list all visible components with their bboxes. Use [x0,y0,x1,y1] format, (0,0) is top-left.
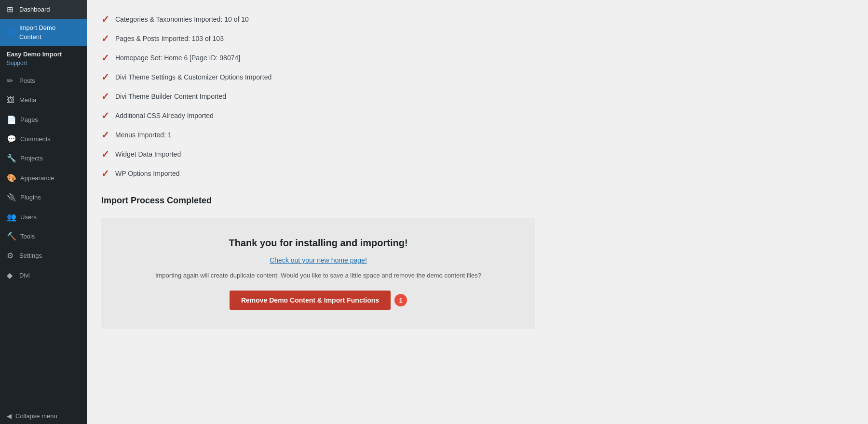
sidebar-label-divi: Divi [19,271,30,280]
import-item-label: Divi Theme Settings & Customizer Options… [115,73,271,81]
import-list-item: ✓Menus Imported: 1 [101,125,854,145]
import-completed-title: Import Process Completed [101,193,854,209]
sidebar-label-pages: Pages [20,116,38,124]
checkmark-icon: ✓ [101,53,109,63]
sidebar-label-plugins: Plugins [20,193,41,202]
sidebar-label-media: Media [19,96,36,105]
pages-icon: 📄 [7,115,16,125]
sidebar-label-posts: Posts [19,77,35,85]
duplicate-warning: Importing again will create duplicate co… [116,272,521,279]
remove-btn-wrapper: Remove Demo Content & Import Functions 1 [116,291,521,310]
dashboard-icon: ⊞ [7,4,15,15]
remove-demo-button[interactable]: Remove Demo Content & Import Functions [230,291,391,310]
sidebar-item-pages[interactable]: 📄 Pages [0,110,87,130]
divi-icon: ◆ [7,270,15,281]
media-icon: 🖼 [7,95,15,106]
plugins-icon: 🔌 [7,192,16,203]
sidebar-item-media[interactable]: 🖼 Media [0,91,87,110]
sidebar-label-tools: Tools [20,232,35,241]
sidebar-item-divi[interactable]: ◆ Divi [0,266,87,285]
appearance-icon: 🎨 [7,173,16,184]
sidebar-label-comments: Comments [20,135,51,144]
sidebar-label-users: Users [20,213,37,222]
sidebar-item-projects[interactable]: 🔧 Projects [0,149,87,168]
import-list-item: ✓Additional CSS Already Imported [101,106,854,125]
sidebar-label-projects: Projects [20,154,43,163]
collapse-menu-button[interactable]: ◀ Collapse menu [0,408,87,424]
checkmark-icon: ✓ [101,72,109,82]
sidebar-item-comments[interactable]: 💬 Comments [0,130,87,149]
tools-icon: 🔨 [7,231,16,242]
users-icon: 👥 [7,212,16,223]
import-item-label: Widget Data Imported [115,150,181,158]
sidebar-label-import-demo: Import DemoContent [19,24,55,41]
checkmark-icon: ✓ [101,149,109,159]
import-item-label: Divi Theme Builder Content Imported [115,93,226,100]
sidebar-item-plugins[interactable]: 🔌 Plugins [0,188,87,207]
sidebar-item-posts[interactable]: ✏ Posts [0,71,87,91]
import-checklist: ✓Categories & Taxonomies Imported: 10 of… [101,10,854,183]
import-list-item: ✓Divi Theme Builder Content Imported [101,87,854,106]
import-list-item: ✓Categories & Taxonomies Imported: 10 of… [101,10,854,29]
import-list-item: ✓Divi Theme Settings & Customizer Option… [101,67,854,87]
import-list-item: ✓WP Options Imported [101,164,854,183]
import-list-item: ✓Widget Data Imported [101,145,854,164]
sidebar-item-appearance[interactable]: 🎨 Appearance [0,169,87,188]
collapse-menu-label: Collapse menu [15,412,57,420]
import-item-label: Categories & Taxonomies Imported: 10 of … [115,15,249,23]
checkmark-icon: ✓ [101,111,109,120]
plugin-name: Easy Demo Import [0,46,87,59]
posts-icon: ✏ [7,76,15,86]
thank-you-title: Thank you for installing and importing! [116,238,521,249]
collapse-arrow-icon: ◀ [7,412,12,420]
sidebar-item-import-demo[interactable]: 👤 Import DemoContent [0,19,87,45]
import-demo-icon: 👤 [7,28,15,37]
sidebar-label-dashboard: Dashboard [19,5,50,14]
sidebar-label-settings: Settings [19,252,42,260]
settings-icon: ⚙ [7,251,15,261]
checkmark-icon: ✓ [101,92,109,101]
plugin-support-link[interactable]: Support [0,59,87,71]
sidebar-item-users[interactable]: 👥 Users [0,208,87,227]
home-page-link[interactable]: Check out your new home page! [116,256,521,264]
sidebar-item-settings[interactable]: ⚙ Settings [0,246,87,265]
sidebar: ⊞ Dashboard 👤 Import DemoContent Easy De… [0,0,87,424]
sidebar-item-tools[interactable]: 🔨 Tools [0,227,87,246]
import-item-label: Homepage Set: Home 6 [Page ID: 98074] [115,54,240,62]
badge-count: 1 [394,294,407,306]
checkmark-icon: ✓ [101,130,109,140]
thank-you-box: Thank you for installing and importing! … [101,218,535,329]
checkmark-icon: ✓ [101,169,109,178]
checkmark-icon: ✓ [101,34,109,43]
sidebar-item-dashboard[interactable]: ⊞ Dashboard [0,0,87,19]
import-list-item: ✓Homepage Set: Home 6 [Page ID: 98074] [101,48,854,67]
sidebar-label-appearance: Appearance [20,174,54,183]
comments-icon: 💬 [7,134,16,145]
import-item-label: WP Options Imported [115,170,180,177]
import-item-label: Pages & Posts Imported: 103 of 103 [115,35,224,42]
import-list-item: ✓Pages & Posts Imported: 103 of 103 [101,29,854,48]
checkmark-icon: ✓ [101,14,109,24]
main-content: ✓Categories & Taxonomies Imported: 10 of… [87,0,868,424]
import-item-label: Menus Imported: 1 [115,131,172,139]
import-item-label: Additional CSS Already Imported [115,112,214,119]
projects-icon: 🔧 [7,153,16,164]
